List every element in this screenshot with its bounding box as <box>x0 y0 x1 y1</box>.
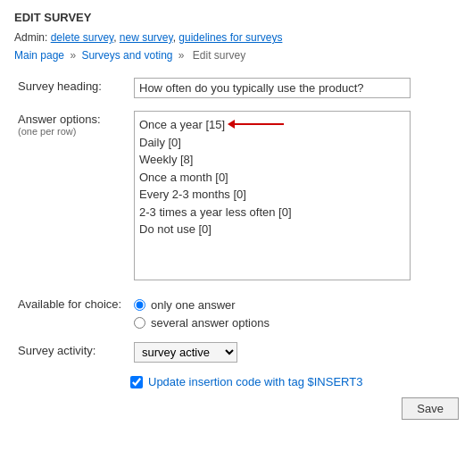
breadcrumb-current: Edit survey <box>193 49 245 62</box>
arrow-annotation <box>228 120 284 129</box>
new-survey-link[interactable]: new survey <box>120 31 173 44</box>
breadcrumb-surveys[interactable]: Surveys and voting <box>81 49 172 62</box>
answer-options-textarea[interactable]: Once a year [15] Daily [0] Weekly [8] On… <box>134 111 411 280</box>
survey-activity-select[interactable]: survey active survey inactive <box>134 342 237 363</box>
edit-survey-form: Survey heading: Answer options: (one per… <box>14 74 459 372</box>
radio-several-answers[interactable]: several answer options <box>134 316 455 330</box>
radio-one-answer[interactable]: only one answer <box>134 298 455 312</box>
answer-options-label: Answer options: <box>18 113 127 126</box>
breadcrumb-main[interactable]: Main page <box>14 49 64 62</box>
survey-activity-label: Survey activity: <box>14 338 130 372</box>
available-for-choice-label: Available for choice: <box>14 292 130 338</box>
update-insertion-checkbox[interactable] <box>130 376 143 388</box>
save-button[interactable]: Save <box>402 397 459 420</box>
admin-label: Admin <box>14 31 45 44</box>
guidelines-link[interactable]: guidelines for surveys <box>178 31 282 44</box>
breadcrumb: Main page » Surveys and voting » Edit su… <box>14 49 459 62</box>
delete-survey-link[interactable]: delete survey <box>51 31 113 44</box>
radio-one-answer-input[interactable] <box>134 299 145 311</box>
update-insertion-label: Update insertion code with tag $INSERT3 <box>148 375 362 388</box>
admin-links: Admin: delete survey, new survey, guidel… <box>14 31 459 44</box>
answer-options-sublabel: (one per row) <box>18 126 127 137</box>
page-title: EDIT SURVEY <box>14 11 459 24</box>
radio-several-answers-label: several answer options <box>151 316 270 330</box>
survey-heading-label: Survey heading: <box>14 74 130 107</box>
available-for-choice-group: only one answer several answer options <box>134 296 455 330</box>
update-insertion-row: Update insertion code with tag $INSERT3 <box>130 375 459 388</box>
survey-heading-input[interactable] <box>134 78 411 98</box>
radio-several-answers-input[interactable] <box>134 317 145 329</box>
radio-one-answer-label: only one answer <box>151 298 236 312</box>
save-row: Save <box>14 397 459 420</box>
